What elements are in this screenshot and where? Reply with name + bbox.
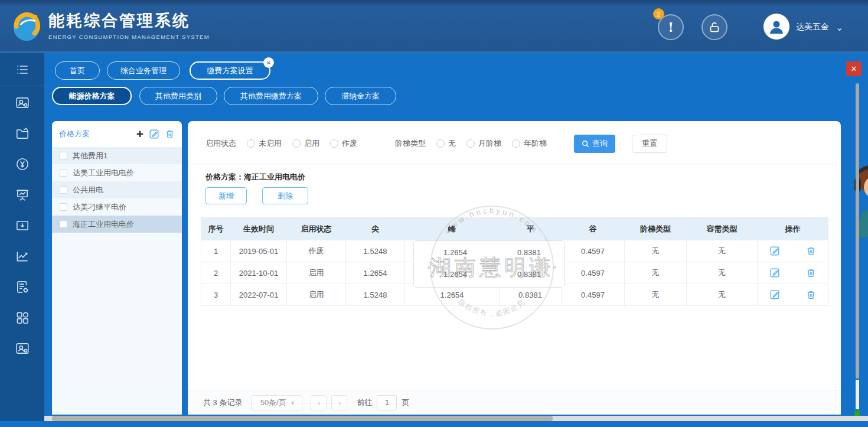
plan-list-item[interactable]: 达美刁继平电价 <box>52 198 182 216</box>
app-subtitle: ENERGY CONSUMPTION MANAGEMENT SYSTEM <box>48 34 210 40</box>
tab-payment-plan-settings[interactable]: 缴费方案设置 <box>190 61 270 80</box>
radio-label[interactable]: 启用 <box>304 138 319 149</box>
add-button[interactable]: 新增 <box>205 187 247 204</box>
tab-home-label: 首页 <box>70 66 85 76</box>
plan-checkbox[interactable] <box>60 186 67 194</box>
tab-business-management[interactable]: 综合业务管理 <box>107 61 180 80</box>
plan-list-item[interactable]: 公共用电 <box>52 181 182 198</box>
menu-icon[interactable] <box>0 53 44 86</box>
page-number-input[interactable] <box>377 395 397 410</box>
subtab-other-fee-category-label: 其他费用类别 <box>155 91 201 102</box>
col-flat: 平 <box>500 218 562 240</box>
radio-status-voided[interactable] <box>330 139 338 148</box>
folder-icon[interactable] <box>0 118 44 149</box>
user-gear-icon-2[interactable] <box>0 333 44 364</box>
user-avatar[interactable] <box>763 14 789 40</box>
plan-checkbox[interactable] <box>60 203 67 211</box>
col-operations: 操作 <box>758 218 828 240</box>
delete-button[interactable]: 删除 <box>262 187 308 204</box>
horizontal-scrollbar-track[interactable] <box>44 416 868 421</box>
table-header-row: 序号 生效时间 启用状态 尖 峰 平 谷 阶梯类型 容需类型 操作 <box>201 218 828 240</box>
col-capacity-type: 容需类型 <box>687 218 758 240</box>
delete-row-icon[interactable] <box>806 268 816 278</box>
subtab-late-fee-plan[interactable]: 滞纳金方案 <box>325 87 396 105</box>
alert-count-badge: 2 <box>653 8 664 19</box>
radio-label[interactable]: 年阶梯 <box>524 138 547 149</box>
chevron-down-icon[interactable] <box>836 22 843 33</box>
radio-label[interactable]: 作废 <box>342 138 357 149</box>
radio-label[interactable]: 无 <box>448 138 456 149</box>
add-button-label: 新增 <box>218 191 234 201</box>
app-title: 能耗综合管理系统 <box>48 10 210 31</box>
lock-icon[interactable] <box>701 14 727 40</box>
edit-row-icon[interactable] <box>769 289 780 300</box>
page-unit-label: 页 <box>402 397 409 408</box>
subtab-energy-price-label: 能源价格方案 <box>69 91 115 102</box>
subtab-late-fee-label: 滞纳金方案 <box>341 91 380 102</box>
radio-tier-monthly[interactable] <box>466 139 475 148</box>
col-peak: 峰 <box>405 218 500 240</box>
plan-item-label: 达美工业用电电价 <box>73 168 134 178</box>
radio-label[interactable]: 未启用 <box>259 138 282 149</box>
plan-item-label: 达美刁继平电价 <box>73 202 126 213</box>
delete-row-icon[interactable] <box>806 246 816 256</box>
price-plan-panel: 价格方案 其他费用1 达美工业用电电价 公共用电 达美刁继平电价 海正工业用电电… <box>52 121 182 415</box>
edit-row-icon[interactable] <box>769 246 780 256</box>
table-row: 3 2022-07-01 启用 1.5248 1.2654 0.8381 0.4… <box>201 284 828 306</box>
radio-status-not-enabled[interactable] <box>247 139 255 148</box>
presentation-chart-icon[interactable] <box>0 180 44 210</box>
plan-item-label: 公共用电 <box>73 185 103 195</box>
plan-checkbox[interactable] <box>60 169 67 177</box>
radio-status-enabled[interactable] <box>292 139 301 148</box>
tab-payment-label: 缴费方案设置 <box>207 66 253 76</box>
plan-checkbox[interactable] <box>60 152 67 159</box>
pagination-bar: 共 3 条记录 50条/页 ‹ › 前往 页 <box>188 390 841 415</box>
col-tier-type: 阶梯类型 <box>625 218 687 240</box>
radio-tier-yearly[interactable] <box>512 139 520 148</box>
plan-list-item-selected[interactable]: 海正工业用电电价 <box>52 216 182 233</box>
subtab-energy-price-plan[interactable]: 能源价格方案 <box>52 87 132 105</box>
scroll-corner-marker <box>854 410 860 416</box>
horizontal-scrollbar-thumb[interactable] <box>52 416 553 421</box>
grid-icon[interactable] <box>0 302 44 333</box>
delete-row-icon[interactable] <box>806 289 816 300</box>
plan-list-item[interactable]: 达美工业用电电价 <box>52 164 182 181</box>
page-size-select[interactable]: 50条/页 <box>252 395 302 410</box>
radio-label[interactable]: 月阶梯 <box>478 138 501 149</box>
plan-checkbox[interactable] <box>60 220 67 228</box>
search-button-label: 查询 <box>592 138 608 149</box>
col-status: 启用状态 <box>287 218 346 240</box>
price-plan-title: 价格方案 <box>59 129 131 139</box>
current-plan-value: 海正工业用电电价 <box>244 172 305 181</box>
content-panel: 启用状态 未启用 启用 作废 阶梯类型 无 月阶梯 年阶梯 查询 重置 价格方案… <box>188 121 841 415</box>
reset-button[interactable]: 重置 <box>632 135 667 153</box>
folder-download-icon[interactable] <box>0 210 44 241</box>
search-icon <box>582 140 589 148</box>
delete-plan-icon[interactable] <box>165 129 175 139</box>
prev-page-button[interactable]: ‹ <box>311 395 327 410</box>
user-gear-icon[interactable] <box>0 87 44 118</box>
add-plan-icon[interactable] <box>136 129 143 139</box>
radio-tier-none[interactable] <box>436 139 445 148</box>
edit-plan-icon[interactable] <box>149 129 159 139</box>
support-mascot[interactable] <box>853 164 868 237</box>
line-chart-icon[interactable] <box>0 241 44 272</box>
price-plan-list: 其他费用1 达美工业用电电价 公共用电 达美刁继平电价 海正工业用电电价 <box>52 147 182 415</box>
edit-row-icon[interactable] <box>769 268 780 278</box>
tab-close-icon[interactable] <box>263 57 274 68</box>
plan-list-item[interactable]: 其他费用1 <box>52 147 182 164</box>
subtab-other-fee-category[interactable]: 其他费用类别 <box>139 87 217 105</box>
close-page-button[interactable] <box>846 61 862 76</box>
document-gear-icon[interactable] <box>0 272 44 302</box>
col-effective-date: 生效时间 <box>231 218 287 240</box>
subtab-other-fee-payment-plan[interactable]: 其他费用缴费方案 <box>224 87 318 105</box>
app-header: 能耗综合管理系统 ENERGY CONSUMPTION MANAGEMENT S… <box>0 0 868 53</box>
vertical-scrollbar[interactable] <box>856 83 859 379</box>
vertical-scrollbar-track[interactable] <box>856 380 859 409</box>
currency-yen-icon[interactable] <box>0 149 44 180</box>
tab-home[interactable]: 首页 <box>55 61 100 80</box>
search-button[interactable]: 查询 <box>574 135 615 153</box>
col-index: 序号 <box>201 218 231 240</box>
next-page-button[interactable]: › <box>331 395 347 410</box>
user-name[interactable]: 达美五金 <box>796 22 829 32</box>
